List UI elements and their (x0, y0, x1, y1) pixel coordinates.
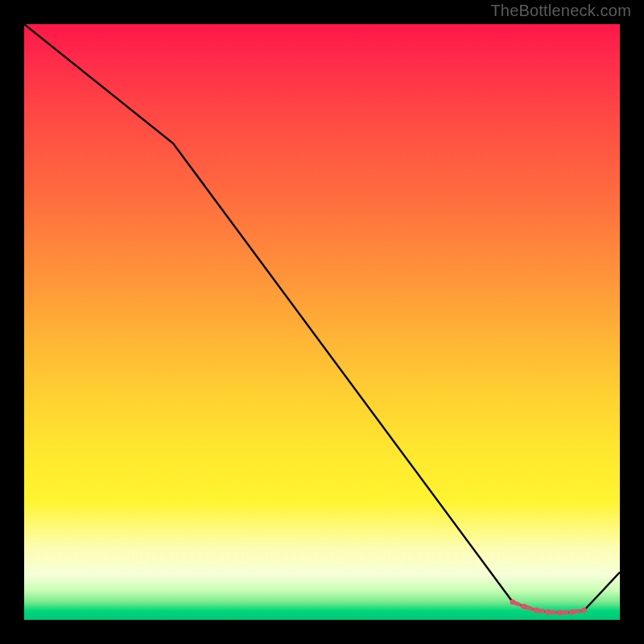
flat-segment-dot (546, 609, 551, 615)
plot-area (24, 24, 620, 620)
chart-frame: TheBottleneck.com (0, 0, 644, 644)
flat-segment-markers (510, 599, 587, 615)
flat-segment-dot (534, 608, 539, 613)
flat-segment-dot (558, 610, 564, 616)
line-chart-svg (24, 24, 620, 620)
flat-segment-dot (581, 608, 587, 613)
flat-segment-dot (522, 604, 527, 609)
attribution-text: TheBottleneck.com (490, 2, 631, 20)
flat-segment-dot (569, 609, 575, 615)
series-curve (24, 24, 620, 613)
flat-segment-dot (510, 599, 515, 605)
